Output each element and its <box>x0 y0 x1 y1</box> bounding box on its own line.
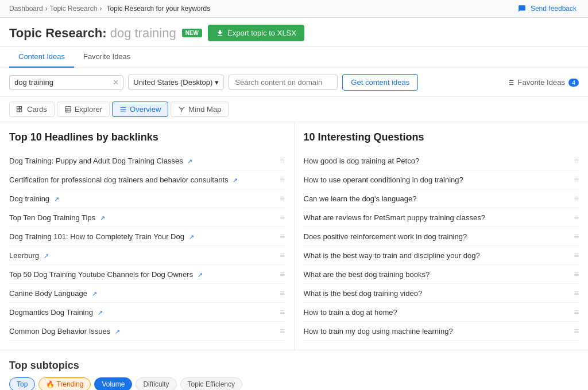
tab-content-ideas[interactable]: Content Ideas <box>9 46 74 68</box>
favorite-ideas-button[interactable]: Favorite Ideas 4 <box>506 78 579 87</box>
question-menu-icon[interactable]: ≡ <box>574 251 579 260</box>
question-text: How to train my dog using machine learni… <box>304 327 570 336</box>
question-menu-icon[interactable]: ≡ <box>574 175 579 184</box>
question-text: How good is dog training at Petco? <box>304 157 570 165</box>
headline-link[interactable]: ↗ <box>92 290 97 297</box>
page-header: Topic Research: dog training new Export … <box>0 18 588 46</box>
filter-topic-efficiency[interactable]: Topic Efficiency <box>180 377 242 390</box>
headline-menu-icon[interactable]: ≡ <box>280 232 284 241</box>
headline-link[interactable]: ↗ <box>98 309 103 316</box>
question-menu-icon[interactable]: ≡ <box>574 194 579 203</box>
headline-text: Leerburg ↗ <box>9 251 275 260</box>
clear-keyword-button[interactable]: × <box>113 78 118 87</box>
filter-top[interactable]: Top <box>9 377 35 390</box>
headline-text: Dog Training: Puppy and Adult Dog Traini… <box>9 157 275 165</box>
filter-tabs: Top 🔥 Trending Volume Difficulty Topic E… <box>9 377 579 390</box>
keyword-input-wrap: × <box>9 75 123 90</box>
question-text: What are reviews for PetSmart puppy trai… <box>304 213 570 222</box>
get-ideas-button[interactable]: Get content ideas <box>342 74 418 91</box>
toolbar: × United States (Desktop) ▾ Get content … <box>0 68 588 97</box>
subtopics-section: Top subtopics Top 🔥 Trending Volume Diff… <box>0 350 588 390</box>
svg-line-18 <box>179 107 181 109</box>
headline-row: Dog Training: Puppy and Adult Dog Traini… <box>9 151 285 170</box>
headlines-title: Top 10 Headlines by backlinks <box>9 131 285 143</box>
headline-text: Common Dog Behavior Issues ↗ <box>9 327 275 336</box>
headline-menu-icon[interactable]: ≡ <box>280 175 284 184</box>
tab-favorite-ideas[interactable]: Favorite Ideas <box>74 46 140 68</box>
question-row: What is the best dog training video? ≡ <box>304 284 579 303</box>
headline-menu-icon[interactable]: ≡ <box>280 270 284 279</box>
headline-menu-icon[interactable]: ≡ <box>280 194 284 203</box>
breadcrumb-current: Topic Research for your keywords <box>106 5 210 13</box>
tab-overview[interactable]: Overview <box>112 102 168 117</box>
headline-menu-icon[interactable]: ≡ <box>280 156 284 165</box>
main-tabs: Content Ideas Favorite Ideas <box>0 46 588 68</box>
headline-row: Dog training ↗ ≡ <box>9 189 285 208</box>
headline-menu-icon[interactable]: ≡ <box>280 307 284 317</box>
headline-link[interactable]: ↗ <box>44 252 49 259</box>
subtopics-title: Top subtopics <box>9 360 579 372</box>
questions-title: 10 Interesting Questions <box>304 131 579 143</box>
content-area: Top 10 Headlines by backlinks Dog Traini… <box>0 122 588 350</box>
headline-link[interactable]: ↗ <box>54 196 59 202</box>
headline-row: Top 50 Dog Training Youtube Channels for… <box>9 265 285 284</box>
keyword-input[interactable] <box>14 78 111 87</box>
headline-menu-icon[interactable]: ≡ <box>280 326 284 336</box>
filter-volume[interactable]: Volume <box>94 377 132 390</box>
tab-explorer[interactable]: Explorer <box>57 102 110 117</box>
country-select[interactable]: United States (Desktop) ▾ <box>128 75 224 90</box>
headline-row: Certification for professional dog train… <box>9 170 285 189</box>
headline-link[interactable]: ↗ <box>198 271 203 278</box>
svg-rect-7 <box>20 107 22 109</box>
search-domain-input[interactable] <box>229 75 338 90</box>
question-row: Can we learn the dog's language? ≡ <box>304 189 579 208</box>
headline-row: Leerburg ↗ ≡ <box>9 246 285 265</box>
question-row: What are the best dog training books? ≡ <box>304 265 579 284</box>
headline-link[interactable]: ↗ <box>233 177 238 184</box>
view-tabs: Cards Explorer Overview Mind Map <box>0 97 588 122</box>
question-menu-icon[interactable]: ≡ <box>574 288 579 298</box>
headline-text: Top Ten Dog Training Tips ↗ <box>9 213 275 222</box>
filter-trending[interactable]: 🔥 Trending <box>38 377 91 390</box>
headline-text: Dog Training 101: How to Completely Trai… <box>9 232 275 241</box>
svg-point-17 <box>181 108 183 110</box>
headline-row: Top Ten Dog Training Tips ↗ ≡ <box>9 208 285 227</box>
headline-row: Dogmantics Dog Training ↗ ≡ <box>9 303 285 322</box>
question-menu-icon[interactable]: ≡ <box>574 232 579 241</box>
question-row: Does positive reinforcement work in dog … <box>304 227 579 246</box>
question-menu-icon[interactable]: ≡ <box>574 270 579 279</box>
breadcrumb-dashboard[interactable]: Dashboard <box>9 5 43 13</box>
breadcrumb-topic-research[interactable]: Topic Research <box>50 5 98 13</box>
question-row: How to train a dog at home? ≡ <box>304 303 579 322</box>
tab-mindmap[interactable]: Mind Map <box>171 102 229 117</box>
question-row: What are reviews for PetSmart puppy trai… <box>304 208 579 227</box>
questions-list: How good is dog training at Petco? ≡ How… <box>304 151 579 341</box>
headline-text: Dog training ↗ <box>9 194 275 203</box>
question-menu-icon[interactable]: ≡ <box>574 307 579 317</box>
headline-link[interactable]: ↗ <box>187 158 192 165</box>
headline-menu-icon[interactable]: ≡ <box>280 288 284 298</box>
headline-menu-icon[interactable]: ≡ <box>280 251 284 260</box>
headline-link[interactable]: ↗ <box>189 233 194 240</box>
question-text: Can we learn the dog's language? <box>304 194 570 203</box>
headline-row: Canine Body Language ↗ ≡ <box>9 284 285 303</box>
svg-line-19 <box>183 107 184 109</box>
send-feedback-button[interactable]: Send feedback <box>518 5 579 13</box>
question-menu-icon[interactable]: ≡ <box>574 156 579 165</box>
headline-link[interactable]: ↗ <box>115 328 120 335</box>
question-menu-icon[interactable]: ≡ <box>574 326 579 336</box>
filter-difficulty[interactable]: Difficulty <box>136 377 176 390</box>
question-text: What is the best dog training video? <box>304 289 570 298</box>
question-text: How to train a dog at home? <box>304 308 570 317</box>
headline-link[interactable]: ↗ <box>100 214 105 221</box>
page-title: Topic Research: dog training <box>9 26 176 41</box>
svg-rect-8 <box>17 110 20 112</box>
headline-menu-icon[interactable]: ≡ <box>280 213 284 222</box>
export-button[interactable]: Export topic to XLSX <box>208 25 304 41</box>
tab-cards[interactable]: Cards <box>9 102 55 117</box>
headlines-panel: Top 10 Headlines by backlinks Dog Traini… <box>0 122 295 350</box>
question-text: How to use operant conditioning in dog t… <box>304 176 570 184</box>
question-row: How good is dog training at Petco? ≡ <box>304 151 579 170</box>
question-menu-icon[interactable]: ≡ <box>574 213 579 222</box>
svg-rect-9 <box>20 110 22 112</box>
